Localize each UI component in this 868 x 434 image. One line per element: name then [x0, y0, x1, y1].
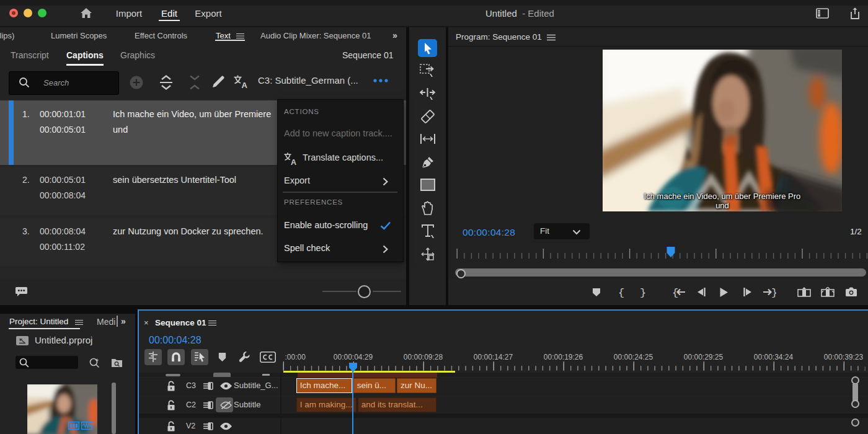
svg-text::00:00: :00:00	[285, 353, 306, 361]
svg-text:00:00:24:25: 00:00:24:25	[614, 353, 653, 361]
svg-text:00:00:04:29: 00:00:04:29	[334, 353, 373, 361]
svg-text:{: {	[618, 287, 624, 298]
svg-text:A: A	[242, 81, 248, 89]
svg-text:}: }	[771, 287, 776, 298]
svg-text:00:00:09:28: 00:00:09:28	[404, 353, 443, 361]
svg-text:}: }	[640, 287, 646, 298]
svg-text:00:00:29:25: 00:00:29:25	[684, 353, 724, 361]
svg-text:00:00:14:27: 00:00:14:27	[474, 353, 513, 361]
svg-text:00:00:39:23: 00:00:39:23	[824, 353, 864, 361]
svg-text:00:00:19:26: 00:00:19:26	[544, 353, 583, 361]
svg-text:00:00:34:24: 00:00:34:24	[754, 353, 794, 361]
svg-text:A: A	[291, 158, 296, 166]
